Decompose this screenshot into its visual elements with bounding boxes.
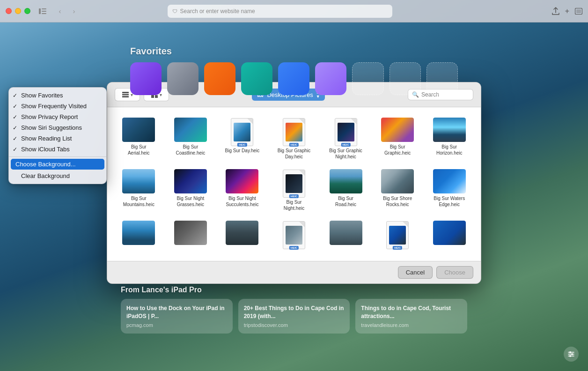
- suggested-title: From Lance's iPad Pro: [121, 286, 467, 294]
- address-text: Search or enter website name: [180, 8, 255, 15]
- minimize-button[interactable]: [15, 8, 21, 14]
- forward-button[interactable]: ›: [68, 6, 80, 16]
- menu-item-clear-background[interactable]: Clear Background: [9, 171, 106, 181]
- svg-rect-1: [42, 8, 46, 9]
- svg-point-11: [569, 355, 571, 357]
- suggested-card[interactable]: How to Use the Dock on Your iPad in iPad…: [121, 299, 233, 334]
- menu-item-show-icloud-tabs[interactable]: Show iCloud Tabs: [9, 144, 106, 155]
- card-domain: tripstodiscover.com: [244, 322, 345, 328]
- favorite-item[interactable]: [241, 62, 272, 95]
- svg-rect-0: [39, 8, 41, 14]
- favorites-grid: [130, 62, 458, 95]
- favorite-item[interactable]: [278, 62, 309, 95]
- settings-corner: [564, 347, 579, 362]
- favorites-title: Favorites: [130, 46, 458, 57]
- menu-item-label: Choose Background...: [15, 161, 76, 168]
- menu-item-show-favorites[interactable]: Show Favorites: [9, 90, 106, 101]
- new-tab-button[interactable]: +: [565, 7, 569, 15]
- favorite-item[interactable]: [130, 62, 162, 95]
- customize-button[interactable]: [564, 347, 579, 362]
- favorite-item[interactable]: [315, 62, 346, 95]
- back-button[interactable]: ‹: [54, 6, 66, 16]
- context-menu: Show Favorites Show Frequently Visited S…: [8, 87, 107, 184]
- card-title: 20+ Best Things to Do in Cape Cod in 201…: [244, 304, 345, 320]
- suggested-articles-grid: How to Use the Dock on Your iPad in iPad…: [121, 299, 467, 334]
- suggested-card[interactable]: Things to do in Cape Cod, Tourist attrac…: [355, 299, 467, 334]
- card-domain: travelandleisure.com: [361, 322, 462, 328]
- menu-item-label: Show iCloud Tabs: [21, 146, 70, 153]
- suggested-section: From Lance's iPad Pro How to Use the Doc…: [121, 286, 467, 334]
- traffic-lights: [6, 8, 30, 14]
- svg-rect-5: [576, 9, 581, 13]
- menu-item-show-siri-suggestions[interactable]: Show Siri Suggestions: [9, 122, 106, 133]
- new-tab-content: Favorites From Lance's iPad Pro How to U…: [0, 22, 588, 371]
- menu-item-label: Show Frequently Visited: [21, 103, 87, 110]
- menu-item-show-frequently-visited[interactable]: Show Frequently Visited: [9, 101, 106, 111]
- card-domain: pcmag.com: [126, 322, 227, 328]
- sidebar-toggle-button[interactable]: [36, 6, 49, 16]
- nav-buttons: ‹ ›: [54, 6, 80, 16]
- card-title: How to Use the Dock on Your iPad in iPad…: [126, 304, 227, 320]
- favorite-item[interactable]: [204, 62, 235, 95]
- menu-item-label: Show Siri Suggestions: [21, 124, 82, 131]
- close-button[interactable]: [6, 8, 12, 14]
- svg-rect-3: [42, 13, 46, 14]
- svg-point-10: [571, 353, 573, 355]
- show-tabs-button[interactable]: [575, 8, 582, 15]
- menu-item-label: Clear Background: [21, 172, 70, 179]
- menu-item-show-privacy-report[interactable]: Show Privacy Report: [9, 111, 106, 122]
- menu-item-show-reading-list[interactable]: Show Reading List: [9, 133, 106, 144]
- suggested-card[interactable]: 20+ Best Things to Do in Cape Cod in 201…: [238, 299, 350, 334]
- address-bar[interactable]: 🛡 Search or enter website name: [168, 5, 392, 18]
- menu-item-label: Show Privacy Report: [21, 113, 78, 120]
- menu-item-label: Show Reading List: [21, 135, 72, 142]
- maximize-button[interactable]: [24, 8, 30, 14]
- favorite-item-empty[interactable]: [352, 62, 383, 95]
- favorite-item[interactable]: [167, 62, 198, 95]
- menu-item-choose-background[interactable]: Choose Background...: [11, 159, 104, 170]
- favorites-section: Favorites: [130, 46, 458, 95]
- menu-item-label: Show Favorites: [21, 92, 63, 99]
- shield-icon: 🛡: [172, 8, 177, 14]
- favorite-item-empty[interactable]: [426, 62, 458, 95]
- browser-toolbar: ‹ › 🛡 Search or enter website name +: [0, 0, 588, 22]
- menu-separator: [9, 156, 106, 157]
- share-button[interactable]: [552, 7, 559, 15]
- browser-actions: +: [552, 7, 582, 15]
- favorite-item-empty[interactable]: [390, 62, 421, 95]
- svg-point-9: [569, 351, 571, 353]
- svg-rect-2: [42, 11, 46, 12]
- card-title: Things to do in Cape Cod, Tourist attrac…: [361, 304, 462, 320]
